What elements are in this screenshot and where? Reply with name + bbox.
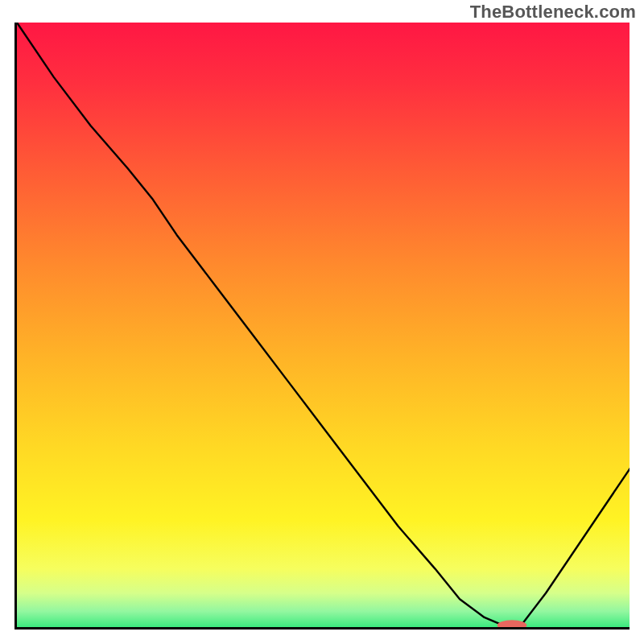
plot-svg bbox=[17, 23, 630, 630]
chart-container: TheBottleneck.com bbox=[0, 0, 644, 644]
watermark-text: TheBottleneck.com bbox=[470, 2, 636, 23]
heat-background bbox=[17, 23, 630, 630]
plot-frame bbox=[14, 23, 630, 630]
